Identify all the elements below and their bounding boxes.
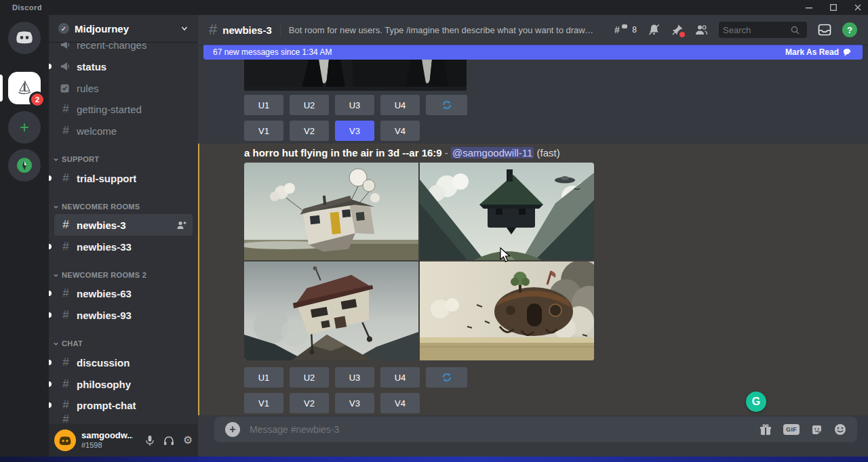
image-grid[interactable]: [244, 163, 594, 360]
emoji-icon[interactable]: [834, 423, 846, 436]
channel-header: # newbies-3 Bot room for new users. Type…: [198, 15, 868, 45]
settings-gear-button[interactable]: ⚙: [183, 435, 193, 446]
server-header[interactable]: ✓ Midjourney: [49, 15, 198, 42]
u2-button[interactable]: U2: [290, 95, 329, 115]
v2-button[interactable]: V2: [290, 393, 329, 413]
search-box[interactable]: [719, 22, 807, 38]
server-name: Midjourney: [75, 23, 180, 35]
v3-button[interactable]: V3: [335, 393, 374, 413]
sidebar-item-discussion[interactable]: # discussion: [54, 352, 193, 373]
inbox-icon[interactable]: [818, 24, 831, 36]
main-column: # newbies-3 Bot room for new users. Type…: [198, 15, 868, 457]
new-messages-banner[interactable]: 67 new messages since 1:34 AM Mark As Re…: [203, 45, 863, 60]
gif-picker-button[interactable]: GIF: [783, 424, 800, 435]
sidebar-item-partial[interactable]: #: [54, 415, 193, 424]
unread-pill: [49, 381, 52, 387]
headphones-button[interactable]: [163, 436, 174, 446]
window-titlebar: Discord: [0, 0, 868, 15]
v3-button-active[interactable]: V3: [335, 121, 374, 141]
avatar[interactable]: [54, 429, 76, 451]
u1-button[interactable]: U1: [244, 95, 283, 115]
v1-button[interactable]: V1: [244, 121, 283, 141]
maximize-button[interactable]: [829, 3, 838, 12]
microphone-button[interactable]: [145, 435, 155, 446]
hash-icon: #: [60, 124, 72, 138]
gift-icon[interactable]: [760, 424, 772, 436]
category-newcomer-rooms-2[interactable]: NEWCOMER ROOMS 2: [53, 267, 189, 283]
sidebar-item-philosophy[interactable]: # philosophy: [54, 373, 193, 395]
sidebar-item-newbies-93[interactable]: # newbies-93: [54, 304, 193, 326]
generation-mode: (fast): [534, 147, 559, 159]
channel-label: welcome: [77, 125, 117, 137]
help-icon[interactable]: ?: [842, 22, 857, 37]
close-button[interactable]: [853, 3, 863, 12]
u3-button[interactable]: U3: [335, 367, 374, 387]
reroll-button[interactable]: [426, 95, 467, 115]
chat-area: U1 U2 U3 U4 V1 V2 V3 V4 a horro hut flyi…: [198, 45, 868, 415]
sidebar-item-status[interactable]: status: [54, 56, 193, 77]
preview-image-tilted-hut[interactable]: [244, 261, 418, 360]
unread-pill: [49, 360, 52, 365]
variation-button-row: V1 V2 V3 V4: [244, 393, 420, 413]
channel-label: philosophy: [77, 379, 131, 390]
v4-button[interactable]: V4: [380, 393, 420, 413]
server-icon-midjourney[interactable]: 2: [8, 72, 41, 104]
previous-message-image[interactable]: [244, 60, 467, 91]
u3-button[interactable]: U3: [335, 95, 374, 115]
sticker-icon[interactable]: [811, 424, 823, 436]
variation-button-row: V1 V2 V3 V4: [244, 121, 420, 141]
v1-button[interactable]: V1: [244, 393, 283, 413]
u4-button[interactable]: U4: [380, 95, 420, 115]
attach-file-button[interactable]: +: [225, 422, 240, 437]
category-newcomer-rooms[interactable]: NEWCOMER ROOMS: [53, 198, 189, 215]
v2-button[interactable]: V2: [290, 121, 329, 141]
minimize-button[interactable]: [804, 3, 814, 12]
hash-icon: #: [60, 377, 72, 391]
message-input-bar[interactable]: + GIF: [214, 417, 857, 442]
v4-button[interactable]: V4: [380, 121, 420, 141]
app-title: Discord: [12, 3, 42, 12]
reroll-button[interactable]: [426, 367, 467, 387]
notifications-muted-icon[interactable]: [648, 24, 660, 36]
explore-servers-button[interactable]: [8, 149, 41, 182]
preview-image-valley-cabin[interactable]: [420, 163, 594, 260]
u2-button[interactable]: U2: [290, 367, 329, 387]
channel-label: newbies-3: [77, 219, 126, 231]
mark-as-read-button[interactable]: Mark As Read: [785, 47, 853, 57]
user-mention[interactable]: @samgoodwill-11: [451, 147, 534, 159]
u1-button[interactable]: U1: [244, 367, 283, 387]
search-input[interactable]: [723, 25, 791, 35]
new-messages-text: 67 new messages since 1:34 AM: [213, 47, 332, 57]
composer-area: + GIF: [198, 415, 868, 457]
search-icon: [791, 26, 800, 35]
sidebar-item-newbies-33[interactable]: # newbies-33: [54, 236, 193, 257]
sidebar-item-newbies-3[interactable]: # newbies-3: [54, 214, 193, 236]
pinned-messages-icon[interactable]: [671, 24, 684, 36]
preview-image-desert-hut[interactable]: [420, 261, 594, 360]
add-server-button[interactable]: +: [8, 111, 41, 144]
u4-button[interactable]: U4: [380, 367, 420, 387]
sidebar-item-getting-started[interactable]: # getting-started: [54, 98, 193, 120]
sidebar-item-welcome[interactable]: # welcome: [54, 120, 193, 142]
preview-image-balloon-house[interactable]: [244, 163, 418, 260]
sidebar-item-trial-support[interactable]: # trial-support: [54, 167, 193, 189]
channel-topic[interactable]: Bot room for new users. Type /imagine th…: [289, 25, 595, 35]
category-chat[interactable]: CHAT: [53, 335, 189, 352]
discord-home-button[interactable]: [8, 22, 41, 54]
sidebar-item-rules[interactable]: rules: [54, 77, 193, 99]
grammarly-widget[interactable]: G: [746, 392, 766, 412]
chevron-down-icon: [53, 272, 59, 278]
sidebar-item-newbies-63[interactable]: # newbies-63: [54, 282, 193, 304]
message-input[interactable]: [250, 424, 750, 435]
discord-logo-icon: [15, 30, 34, 45]
channel-label: prompt-chat: [77, 400, 136, 411]
message-content: a horro hut flying in the air in 3d --ar…: [244, 147, 560, 159]
member-list-icon[interactable]: [694, 24, 708, 35]
sidebar-item-prompt-chat[interactable]: # prompt-chat: [54, 394, 193, 416]
unread-pill: [49, 64, 52, 69]
channel-name: newbies-3: [222, 24, 272, 36]
category-support[interactable]: SUPPORT: [53, 151, 189, 167]
server-unread-badge: 2: [31, 93, 43, 106]
threads-icon[interactable]: #: [614, 24, 628, 36]
create-invite-icon[interactable]: [176, 220, 187, 230]
